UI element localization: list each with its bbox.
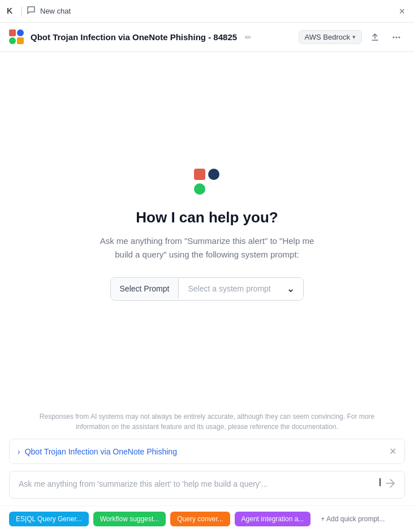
svg-point-8 (208, 169, 219, 180)
svg-rect-9 (194, 183, 205, 195)
svg-point-4 (393, 36, 395, 38)
alert-header-left: › Qbot Trojan Infection via OneNote Phis… (18, 447, 177, 456)
cursor-indicator (380, 478, 381, 486)
send-button[interactable] (385, 478, 395, 491)
edit-icon[interactable]: ✏ (245, 33, 252, 42)
k-logo-icon: K (7, 6, 17, 16)
aws-label: AWS Bedrock (305, 33, 350, 41)
chat-bubble-icon (27, 6, 36, 16)
svg-point-6 (399, 36, 400, 38)
quick-prompt-esql[interactable]: ES|QL Query Gener... (9, 512, 89, 526)
quick-prompt-query[interactable]: Query conver... (170, 512, 230, 526)
close-button[interactable]: × (396, 4, 407, 19)
disclaimer-text: Responses from AI systems may not always… (0, 405, 414, 439)
welcome-heading: How I can help you? (136, 209, 278, 226)
svg-rect-0 (9, 29, 16, 36)
select-prompt-label: Select Prompt (111, 278, 179, 299)
quick-prompt-workflow[interactable]: Workflow suggest... (93, 512, 166, 526)
header-bar: Qbot Trojan Infection via OneNote Phishi… (0, 23, 414, 52)
alert-expand-icon[interactable]: › (18, 447, 20, 456)
chat-input-container: Ask me anything from 'summarize this ale… (9, 471, 405, 499)
aws-provider-button[interactable]: AWS Bedrock ▾ (299, 30, 362, 44)
select-prompt-value: Select a system prompt (188, 284, 270, 293)
alert-title: Qbot Trojan Infection via OneNote Phishi… (25, 447, 177, 456)
new-chat-label: New chat (40, 7, 71, 15)
chat-title: Qbot Trojan Infection via OneNote Phishi… (31, 32, 237, 42)
svg-rect-2 (9, 37, 16, 44)
top-bar-left: K New chat (7, 6, 71, 16)
top-bar: K New chat × (0, 0, 414, 23)
header-right: AWS Bedrock ▾ (299, 29, 405, 46)
share-button[interactable] (366, 29, 383, 46)
alert-close-button[interactable]: ✕ (389, 446, 396, 457)
quick-prompts-bar: ES|QL Query Gener... Workflow suggest...… (0, 505, 414, 532)
svg-rect-7 (194, 169, 205, 180)
welcome-subtitle: Ask me anything from "Summarize this ale… (100, 234, 314, 261)
chat-input-placeholder[interactable]: Ask me anything from 'summarize this ale… (19, 478, 378, 490)
alert-header: › Qbot Trojan Infection via OneNote Phis… (10, 439, 404, 464)
main-content: How I can help you? Ask me anything from… (0, 52, 414, 532)
select-prompt-dropdown[interactable]: Select a system prompt ⌄ (179, 278, 303, 300)
svg-point-5 (396, 36, 398, 38)
quick-prompt-agent[interactable]: Agent integration a... (235, 512, 311, 526)
system-prompt-selector[interactable]: Select Prompt Select a system prompt ⌄ (110, 277, 304, 301)
svg-rect-1 (17, 29, 24, 36)
welcome-area: How I can help you? Ask me anything from… (0, 52, 414, 405)
header-left: Qbot Trojan Infection via OneNote Phishi… (9, 29, 252, 45)
add-quick-prompt-button[interactable]: + Add quick prompt... (315, 512, 390, 526)
svg-rect-3 (17, 37, 24, 44)
provider-chevron-icon: ▾ (352, 33, 356, 41)
brand-logo-icon (193, 168, 221, 195)
top-bar-divider (21, 7, 22, 16)
dropdown-chevron-icon: ⌄ (287, 284, 294, 294)
more-options-button[interactable] (388, 29, 405, 46)
alert-panel: › Qbot Trojan Infection via OneNote Phis… (9, 439, 405, 464)
app-logo-icon (9, 29, 25, 45)
